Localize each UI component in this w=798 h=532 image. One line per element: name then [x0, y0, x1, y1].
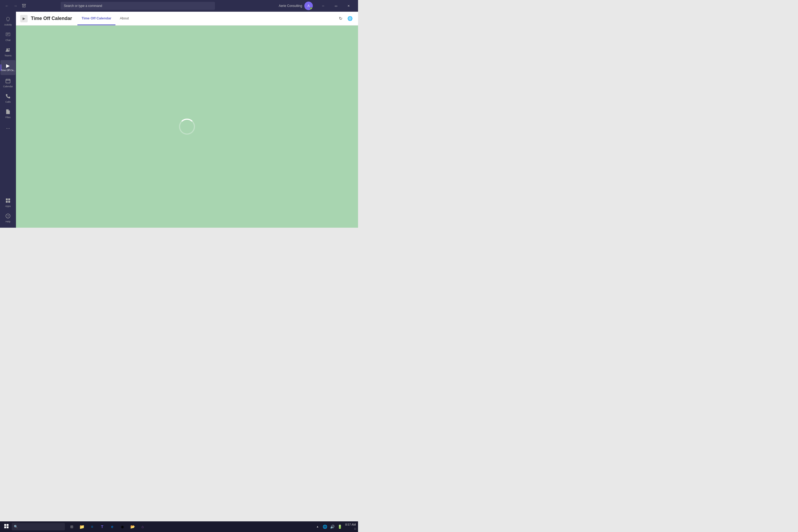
sidebar-bottom: Apps ? Help — [1, 195, 15, 228]
search-placeholder: Search or type a command — [64, 4, 102, 8]
sidebar-more-button[interactable]: ... — [1, 122, 15, 132]
maximize-button[interactable]: ▭ — [330, 2, 342, 10]
chat-icon — [5, 32, 11, 38]
globe-button[interactable]: 🌐 — [346, 15, 354, 22]
reload-icon: ↻ — [339, 16, 342, 21]
back-button[interactable]: ← — [3, 2, 11, 10]
sidebar-item-timeoffcal-label: Time Off Ca... — [1, 69, 15, 72]
teams-icon — [5, 48, 11, 54]
timeoffcal-icon: ▶ — [6, 63, 10, 68]
sidebar-item-calendar[interactable]: Calendar — [1, 76, 15, 91]
avatar-status-badge — [310, 7, 312, 10]
app-content — [16, 25, 358, 228]
compose-button[interactable] — [20, 2, 28, 10]
title-bar: ← → Search or type a command Aerie Consu… — [0, 0, 358, 12]
org-name: Aerie Consulting — [279, 4, 302, 8]
app-header: ▶ Time Off Calendar Time Off Calendar Ab… — [16, 12, 358, 25]
files-icon — [5, 109, 11, 115]
globe-icon: 🌐 — [347, 16, 353, 21]
tab-time-off-calendar[interactable]: Time Off Calendar — [77, 12, 116, 25]
nav-buttons: ← → — [3, 2, 28, 10]
sidebar: Activity Chat Teams — [0, 12, 16, 228]
sidebar-item-files[interactable]: Files — [1, 107, 15, 121]
sidebar-item-apps[interactable]: Apps — [1, 195, 15, 210]
svg-rect-10 — [6, 201, 8, 203]
app-tabs: Time Off Calendar About — [77, 12, 133, 25]
content-area: ▶ Time Off Calendar Time Off Calendar Ab… — [16, 12, 358, 228]
svg-text:?: ? — [7, 214, 9, 217]
main-layout: Activity Chat Teams — [0, 12, 358, 228]
help-icon: ? — [5, 213, 11, 220]
sidebar-item-teams[interactable]: Teams — [1, 45, 15, 60]
sidebar-item-calls-label: Calls — [5, 100, 11, 103]
svg-rect-11 — [8, 201, 10, 203]
reload-button[interactable]: ↻ — [337, 15, 344, 22]
sidebar-item-timeoffcal[interactable]: ▶ Time Off Ca... — [1, 60, 15, 75]
sidebar-item-help[interactable]: ? Help — [1, 211, 15, 226]
window-controls: ─ ▭ ✕ — [317, 2, 355, 10]
app-title: Time Off Calendar — [31, 16, 72, 21]
tab-about[interactable]: About — [115, 12, 133, 25]
avatar[interactable]: A — [304, 2, 313, 10]
sidebar-item-chat[interactable]: Chat — [1, 29, 15, 44]
svg-rect-8 — [6, 198, 8, 200]
title-bar-right: Aerie Consulting A ─ ▭ ✕ — [279, 2, 355, 10]
svg-rect-9 — [8, 198, 10, 200]
header-actions: ↻ 🌐 — [337, 15, 354, 22]
svg-point-1 — [8, 48, 10, 50]
back-chevron-icon: ▶ — [23, 17, 25, 20]
calls-icon — [5, 94, 11, 100]
app-back-button[interactable]: ▶ — [20, 15, 28, 22]
sidebar-item-calls[interactable]: Calls — [1, 91, 15, 106]
sidebar-item-chat-label: Chat — [5, 39, 11, 42]
apps-icon — [5, 198, 11, 204]
sidebar-item-calendar-label: Calendar — [3, 85, 13, 88]
sidebar-item-apps-label: Apps — [5, 205, 11, 208]
sidebar-item-activity[interactable]: Activity — [1, 14, 15, 29]
minimize-button[interactable]: ─ — [317, 2, 329, 10]
search-bar[interactable]: Search or type a command — [61, 2, 215, 10]
loading-spinner — [179, 119, 195, 135]
svg-rect-2 — [6, 79, 10, 83]
forward-button[interactable]: → — [12, 2, 19, 10]
svg-point-0 — [6, 49, 8, 50]
calendar-icon — [5, 78, 11, 84]
sidebar-item-teams-label: Teams — [4, 54, 12, 57]
sidebar-item-files-label: Files — [5, 116, 11, 119]
close-button[interactable]: ✕ — [343, 2, 355, 10]
activity-icon — [5, 17, 11, 23]
sidebar-item-activity-label: Activity — [4, 23, 12, 26]
sidebar-item-help-label: Help — [5, 220, 11, 223]
